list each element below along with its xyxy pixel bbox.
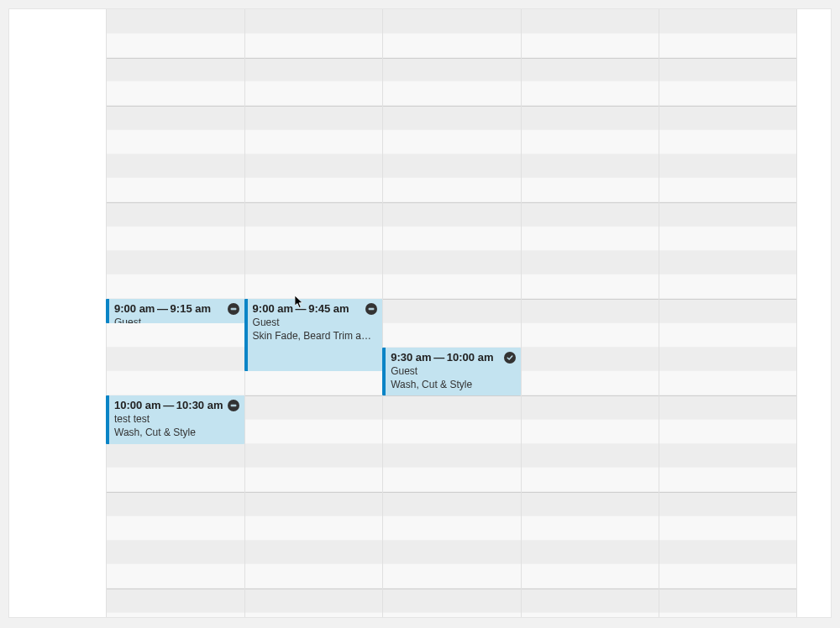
time-slot[interactable] — [9, 58, 831, 82]
calendar-event[interactable]: 10:00 am — 10:30 amtest testWash, Cut & … — [106, 395, 244, 444]
calendar-grid[interactable]: 7:00 am8:00 am9:00 am10:00 am11:00 am12:… — [9, 9, 831, 617]
status-minus-icon — [228, 400, 239, 411]
event-client: Guest — [391, 365, 514, 377]
time-slot[interactable] — [9, 178, 831, 202]
status-minus-icon — [228, 303, 239, 315]
column-divider — [382, 8, 383, 617]
time-slot[interactable] — [9, 9, 831, 34]
event-service: Wash, Cut & Style — [114, 427, 238, 438]
event-service: Wash, Cut & Style — [391, 379, 514, 390]
right-gutter — [796, 8, 831, 617]
event-time: 9:30 am — 10:00 am — [391, 351, 514, 364]
time-slot[interactable] — [9, 154, 831, 179]
calendar-event[interactable]: 9:00 am — 9:45 amGuestSkin Fade, Beard T… — [244, 299, 383, 371]
event-client: Guest — [114, 317, 238, 323]
time-slot[interactable] — [9, 130, 831, 154]
calendar-event[interactable]: 9:30 am — 10:00 amGuestWash, Cut & Style — [382, 348, 521, 396]
time-slot[interactable] — [9, 516, 831, 541]
time-slot[interactable] — [9, 323, 831, 348]
time-slot[interactable] — [9, 444, 831, 468]
time-slot[interactable] — [9, 106, 831, 130]
time-slot[interactable] — [9, 468, 831, 492]
time-slot[interactable] — [9, 541, 831, 565]
svg-rect-0 — [230, 308, 235, 310]
time-slot[interactable] — [9, 81, 831, 106]
time-slot[interactable] — [9, 564, 831, 589]
event-time: 9:00 am — 9:45 am — [253, 302, 376, 315]
event-client: Guest — [253, 317, 376, 328]
time-slot[interactable] — [9, 202, 831, 227]
time-slot[interactable] — [9, 251, 831, 275]
time-column — [9, 8, 106, 617]
time-slot[interactable] — [9, 492, 831, 516]
status-check-icon — [504, 352, 516, 364]
time-slot[interactable] — [9, 275, 831, 299]
time-slot[interactable] — [9, 613, 831, 618]
svg-rect-1 — [369, 308, 374, 310]
calendar-frame: 7:00 am8:00 am9:00 am10:00 am11:00 am12:… — [8, 8, 832, 618]
event-time: 9:00 am — 9:15 am — [114, 302, 238, 315]
calendar-event[interactable]: 9:00 am — 9:15 amGuest — [106, 299, 244, 323]
event-time: 10:00 am — 10:30 am — [114, 399, 238, 411]
column-divider — [521, 8, 522, 617]
time-slot[interactable] — [9, 589, 831, 613]
event-client: test test — [114, 413, 238, 425]
time-slot[interactable] — [9, 34, 831, 58]
time-slot[interactable] — [9, 227, 831, 251]
event-service: Skin Fade, Beard Trim and Shape Up — [253, 330, 376, 342]
svg-rect-2 — [230, 405, 235, 406]
column-divider — [659, 8, 659, 617]
